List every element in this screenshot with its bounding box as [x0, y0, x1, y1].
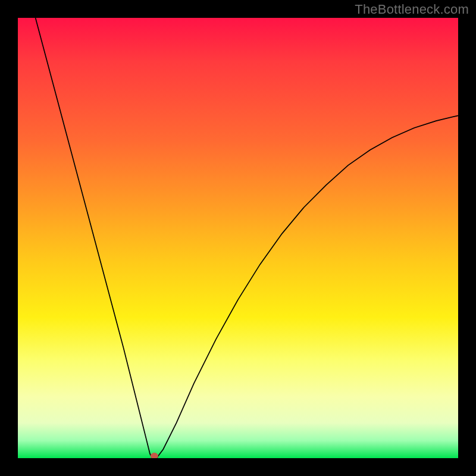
watermark-text: TheBottleneck.com	[355, 2, 469, 17]
plot-area	[18, 18, 458, 458]
curve-line	[36, 18, 458, 458]
chart-container: TheBottleneck.com	[0, 0, 476, 476]
chart-svg	[18, 18, 458, 458]
minimum-marker	[151, 453, 158, 458]
